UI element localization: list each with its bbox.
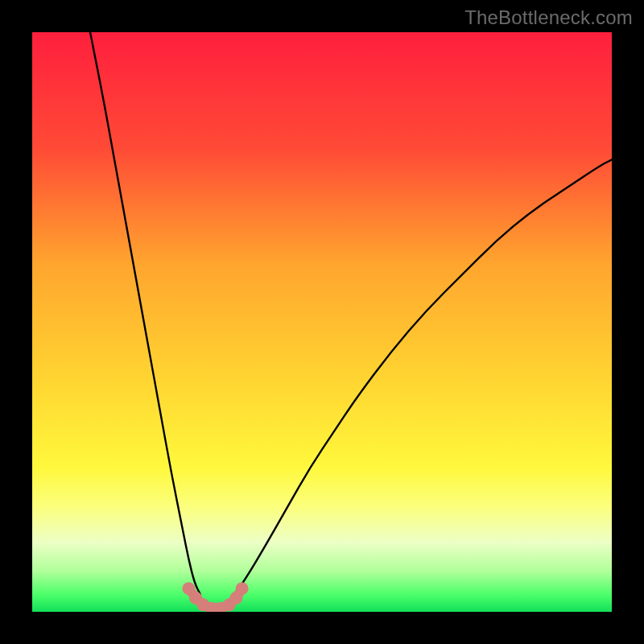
gradient-background	[32, 32, 612, 612]
marker-dot	[236, 582, 249, 595]
plot-svg	[32, 32, 612, 612]
plot-area	[32, 32, 612, 612]
watermark-text: TheBottleneck.com	[464, 6, 633, 29]
chart-frame: TheBottleneck.com	[0, 0, 644, 644]
